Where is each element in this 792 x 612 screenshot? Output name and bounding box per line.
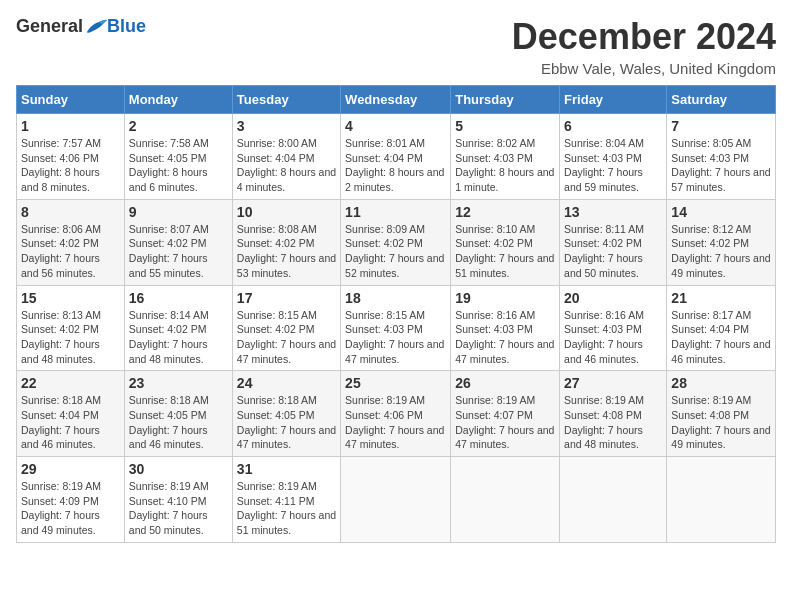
calendar-cell	[451, 457, 560, 543]
page-header: General Blue December 2024 Ebbw Vale, Wa…	[16, 16, 776, 77]
calendar-cell: 19Sunrise: 8:16 AMSunset: 4:03 PMDayligh…	[451, 285, 560, 371]
day-info: Sunrise: 8:15 AMSunset: 4:03 PMDaylight:…	[345, 308, 446, 367]
calendar-cell: 12Sunrise: 8:10 AMSunset: 4:02 PMDayligh…	[451, 199, 560, 285]
col-header-wednesday: Wednesday	[341, 86, 451, 114]
day-number: 20	[564, 290, 662, 306]
calendar-cell: 6Sunrise: 8:04 AMSunset: 4:03 PMDaylight…	[560, 114, 667, 200]
day-number: 6	[564, 118, 662, 134]
day-info: Sunrise: 8:11 AMSunset: 4:02 PMDaylight:…	[564, 222, 662, 281]
day-number: 11	[345, 204, 446, 220]
col-header-tuesday: Tuesday	[232, 86, 340, 114]
day-info: Sunrise: 8:00 AMSunset: 4:04 PMDaylight:…	[237, 136, 336, 195]
day-info: Sunrise: 8:19 AMSunset: 4:09 PMDaylight:…	[21, 479, 120, 538]
calendar-cell: 8Sunrise: 8:06 AMSunset: 4:02 PMDaylight…	[17, 199, 125, 285]
calendar-week-5: 29Sunrise: 8:19 AMSunset: 4:09 PMDayligh…	[17, 457, 776, 543]
calendar-cell: 29Sunrise: 8:19 AMSunset: 4:09 PMDayligh…	[17, 457, 125, 543]
col-header-sunday: Sunday	[17, 86, 125, 114]
day-number: 29	[21, 461, 120, 477]
day-info: Sunrise: 8:06 AMSunset: 4:02 PMDaylight:…	[21, 222, 120, 281]
col-header-monday: Monday	[124, 86, 232, 114]
calendar-cell: 3Sunrise: 8:00 AMSunset: 4:04 PMDaylight…	[232, 114, 340, 200]
calendar-cell: 4Sunrise: 8:01 AMSunset: 4:04 PMDaylight…	[341, 114, 451, 200]
day-info: Sunrise: 8:04 AMSunset: 4:03 PMDaylight:…	[564, 136, 662, 195]
calendar-cell: 16Sunrise: 8:14 AMSunset: 4:02 PMDayligh…	[124, 285, 232, 371]
logo-blue-text: Blue	[107, 16, 146, 37]
day-info: Sunrise: 7:58 AMSunset: 4:05 PMDaylight:…	[129, 136, 228, 195]
day-number: 22	[21, 375, 120, 391]
day-number: 12	[455, 204, 555, 220]
day-info: Sunrise: 8:10 AMSunset: 4:02 PMDaylight:…	[455, 222, 555, 281]
calendar-cell: 22Sunrise: 8:18 AMSunset: 4:04 PMDayligh…	[17, 371, 125, 457]
day-info: Sunrise: 8:09 AMSunset: 4:02 PMDaylight:…	[345, 222, 446, 281]
day-info: Sunrise: 8:14 AMSunset: 4:02 PMDaylight:…	[129, 308, 228, 367]
day-info: Sunrise: 8:19 AMSunset: 4:08 PMDaylight:…	[564, 393, 662, 452]
month-title: December 2024	[512, 16, 776, 58]
day-number: 1	[21, 118, 120, 134]
day-number: 8	[21, 204, 120, 220]
day-info: Sunrise: 8:18 AMSunset: 4:05 PMDaylight:…	[129, 393, 228, 452]
day-number: 15	[21, 290, 120, 306]
calendar-cell: 25Sunrise: 8:19 AMSunset: 4:06 PMDayligh…	[341, 371, 451, 457]
day-number: 14	[671, 204, 771, 220]
day-number: 5	[455, 118, 555, 134]
day-number: 9	[129, 204, 228, 220]
calendar-cell: 21Sunrise: 8:17 AMSunset: 4:04 PMDayligh…	[667, 285, 776, 371]
day-number: 16	[129, 290, 228, 306]
calendar-cell: 24Sunrise: 8:18 AMSunset: 4:05 PMDayligh…	[232, 371, 340, 457]
day-number: 23	[129, 375, 228, 391]
calendar-cell: 17Sunrise: 8:15 AMSunset: 4:02 PMDayligh…	[232, 285, 340, 371]
calendar-cell: 20Sunrise: 8:16 AMSunset: 4:03 PMDayligh…	[560, 285, 667, 371]
calendar-cell	[341, 457, 451, 543]
day-info: Sunrise: 8:01 AMSunset: 4:04 PMDaylight:…	[345, 136, 446, 195]
calendar-week-3: 15Sunrise: 8:13 AMSunset: 4:02 PMDayligh…	[17, 285, 776, 371]
day-number: 25	[345, 375, 446, 391]
calendar-cell: 13Sunrise: 8:11 AMSunset: 4:02 PMDayligh…	[560, 199, 667, 285]
calendar-header: SundayMondayTuesdayWednesdayThursdayFrid…	[17, 86, 776, 114]
calendar-cell: 27Sunrise: 8:19 AMSunset: 4:08 PMDayligh…	[560, 371, 667, 457]
calendar-cell	[560, 457, 667, 543]
day-number: 24	[237, 375, 336, 391]
calendar-cell: 26Sunrise: 8:19 AMSunset: 4:07 PMDayligh…	[451, 371, 560, 457]
calendar-cell: 11Sunrise: 8:09 AMSunset: 4:02 PMDayligh…	[341, 199, 451, 285]
day-info: Sunrise: 8:12 AMSunset: 4:02 PMDaylight:…	[671, 222, 771, 281]
calendar-cell: 1Sunrise: 7:57 AMSunset: 4:06 PMDaylight…	[17, 114, 125, 200]
logo-bird-icon	[85, 18, 107, 36]
calendar-cell: 30Sunrise: 8:19 AMSunset: 4:10 PMDayligh…	[124, 457, 232, 543]
calendar-week-4: 22Sunrise: 8:18 AMSunset: 4:04 PMDayligh…	[17, 371, 776, 457]
title-block: December 2024 Ebbw Vale, Wales, United K…	[512, 16, 776, 77]
day-info: Sunrise: 7:57 AMSunset: 4:06 PMDaylight:…	[21, 136, 120, 195]
calendar-cell: 7Sunrise: 8:05 AMSunset: 4:03 PMDaylight…	[667, 114, 776, 200]
calendar-cell: 15Sunrise: 8:13 AMSunset: 4:02 PMDayligh…	[17, 285, 125, 371]
day-number: 7	[671, 118, 771, 134]
day-info: Sunrise: 8:17 AMSunset: 4:04 PMDaylight:…	[671, 308, 771, 367]
day-info: Sunrise: 8:15 AMSunset: 4:02 PMDaylight:…	[237, 308, 336, 367]
day-number: 26	[455, 375, 555, 391]
calendar-week-1: 1Sunrise: 7:57 AMSunset: 4:06 PMDaylight…	[17, 114, 776, 200]
day-number: 31	[237, 461, 336, 477]
day-info: Sunrise: 8:16 AMSunset: 4:03 PMDaylight:…	[564, 308, 662, 367]
col-header-saturday: Saturday	[667, 86, 776, 114]
day-info: Sunrise: 8:13 AMSunset: 4:02 PMDaylight:…	[21, 308, 120, 367]
logo: General Blue	[16, 16, 146, 37]
calendar-cell: 23Sunrise: 8:18 AMSunset: 4:05 PMDayligh…	[124, 371, 232, 457]
day-info: Sunrise: 8:08 AMSunset: 4:02 PMDaylight:…	[237, 222, 336, 281]
day-number: 28	[671, 375, 771, 391]
day-number: 13	[564, 204, 662, 220]
day-number: 3	[237, 118, 336, 134]
day-number: 10	[237, 204, 336, 220]
day-info: Sunrise: 8:05 AMSunset: 4:03 PMDaylight:…	[671, 136, 771, 195]
col-header-friday: Friday	[560, 86, 667, 114]
day-info: Sunrise: 8:16 AMSunset: 4:03 PMDaylight:…	[455, 308, 555, 367]
day-number: 2	[129, 118, 228, 134]
calendar-table: SundayMondayTuesdayWednesdayThursdayFrid…	[16, 85, 776, 543]
calendar-cell: 28Sunrise: 8:19 AMSunset: 4:08 PMDayligh…	[667, 371, 776, 457]
day-info: Sunrise: 8:18 AMSunset: 4:05 PMDaylight:…	[237, 393, 336, 452]
day-info: Sunrise: 8:19 AMSunset: 4:11 PMDaylight:…	[237, 479, 336, 538]
location-text: Ebbw Vale, Wales, United Kingdom	[512, 60, 776, 77]
calendar-cell: 31Sunrise: 8:19 AMSunset: 4:11 PMDayligh…	[232, 457, 340, 543]
calendar-cell: 2Sunrise: 7:58 AMSunset: 4:05 PMDaylight…	[124, 114, 232, 200]
day-number: 27	[564, 375, 662, 391]
day-info: Sunrise: 8:19 AMSunset: 4:07 PMDaylight:…	[455, 393, 555, 452]
col-header-thursday: Thursday	[451, 86, 560, 114]
day-number: 18	[345, 290, 446, 306]
